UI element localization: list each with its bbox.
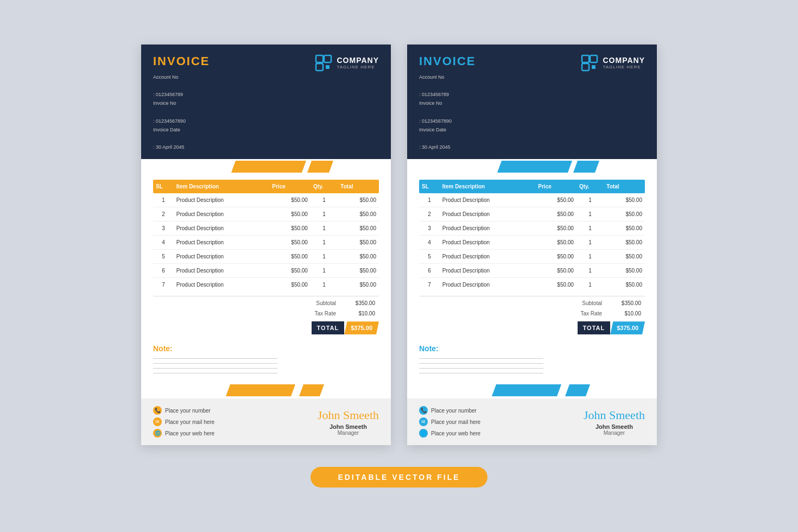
row-qty: 1: [577, 264, 604, 278]
svg-rect-5: [590, 55, 597, 62]
table-row: 1 Product Description $50.00 1 $50.00: [419, 193, 645, 207]
signature-title-orange: Manager: [318, 430, 379, 436]
svg-rect-0: [316, 55, 323, 62]
th-desc-blue: Item Description: [440, 180, 535, 193]
invoice-footer-blue: 📞 Place your number ✉ Place your mail he…: [407, 398, 657, 445]
phone-text-blue: Place your number: [431, 408, 477, 414]
th-total: Total: [338, 180, 379, 193]
row-price: $50.00: [535, 264, 577, 278]
note-line-1: [153, 358, 277, 359]
th-total-blue: Total: [604, 180, 645, 193]
stripe-main-blue: [497, 161, 572, 173]
table-row: 6 Product Description $50.00 1 $50.00: [419, 264, 645, 278]
invoice-table-orange: SL Item Description Price Qty. Total 1 P…: [153, 180, 379, 292]
row-total: $50.00: [604, 236, 645, 250]
row-qty: 1: [577, 193, 604, 207]
contact-email-blue: ✉ Place your mail here: [419, 417, 480, 426]
note-section-orange: Note:: [141, 337, 391, 378]
web-icon: 🌐: [153, 429, 162, 438]
stripe-main-orange: [231, 161, 306, 173]
row-sl: 7: [153, 278, 174, 292]
note-label-orange: Note:: [153, 344, 379, 353]
totals-table-blue: Subtotal $350.00 Tax Rate $10.00: [419, 297, 645, 319]
company-tagline-blue: TAGLINE HERE: [603, 65, 645, 69]
divider-line: [153, 296, 379, 296]
contact-phone-blue: 📞 Place your number: [419, 406, 480, 415]
row-qty: 1: [577, 207, 604, 221]
totals-section-orange: Subtotal $350.00 Tax Rate $10.00: [141, 292, 391, 319]
invoice-header-orange: INVOICE Account No : 0123456789 Invoice …: [141, 45, 391, 160]
row-desc: Product Description: [174, 207, 269, 221]
note-line-3-blue: [419, 368, 543, 369]
row-total: $50.00: [338, 207, 379, 221]
row-price: $50.00: [269, 250, 311, 264]
note-lines-orange: [153, 358, 277, 373]
company-logo: COMPANY TAGLINE HERE: [315, 54, 379, 72]
row-price: $50.00: [535, 221, 577, 236]
total-value-final-orange: $375.00: [344, 321, 379, 334]
row-price: $50.00: [269, 236, 311, 250]
total-value-final-blue: $375.00: [610, 321, 645, 334]
subtotal-row-blue: Subtotal $350.00: [420, 299, 644, 308]
note-line-2-blue: [419, 363, 543, 364]
tax-row-blue: Tax Rate $10.00: [420, 309, 644, 318]
th-qty-blue: Qty.: [577, 180, 604, 193]
invoice-orange: INVOICE Account No : 0123456789 Invoice …: [141, 45, 391, 446]
row-desc: Product Description: [440, 250, 535, 264]
company-text: COMPANY TAGLINE HERE: [337, 56, 379, 69]
invoice-header-blue: INVOICE Account No : 0123456789 Invoice …: [407, 45, 657, 160]
row-sl: 6: [419, 264, 440, 278]
stripe-small-blue: [573, 161, 599, 173]
footer-signature-blue: John Smeeth John Smeeth Manager: [584, 408, 645, 436]
row-total: $50.00: [604, 221, 645, 236]
account-row: Account No : 0123456789: [153, 73, 210, 99]
row-desc: Product Description: [440, 278, 535, 292]
row-sl: 1: [153, 193, 174, 207]
table-row: 6 Product Description $50.00 1 $50.00: [153, 264, 379, 278]
row-qty: 1: [577, 221, 604, 236]
table-body-orange: 1 Product Description $50.00 1 $50.00 2 …: [153, 193, 379, 292]
table-row: 7 Product Description $50.00 1 $50.00: [153, 278, 379, 292]
row-desc: Product Description: [174, 250, 269, 264]
row-desc: Product Description: [174, 278, 269, 292]
subtotal-value-blue: $350.00: [606, 299, 644, 308]
row-total: $50.00: [338, 278, 379, 292]
note-line-2: [153, 363, 277, 364]
row-sl: 3: [419, 221, 440, 236]
row-sl: 4: [153, 236, 174, 250]
signature-name-orange: John Smeeth: [318, 423, 379, 430]
invoice-footer-orange: 📞 Place your number ✉ Place your mail he…: [141, 398, 391, 445]
invoice-title: INVOICE: [153, 54, 210, 68]
email-icon: ✉: [153, 417, 162, 426]
web-text: Place your web here: [165, 430, 214, 436]
note-line-4-blue: [419, 373, 543, 373]
tax-label-blue: Tax Rate: [554, 309, 605, 318]
row-sl: 4: [419, 236, 440, 250]
row-total: $50.00: [338, 193, 379, 207]
row-price: $50.00: [535, 250, 577, 264]
company-name: COMPANY: [337, 56, 379, 65]
invoice-meta: Account No : 0123456789 Invoice No : 012…: [153, 73, 210, 152]
totals-section-blue: Subtotal $350.00 Tax Rate $10.00: [407, 292, 657, 319]
th-desc: Item Description: [174, 180, 269, 193]
row-sl: 2: [153, 207, 174, 221]
note-label-blue: Note:: [419, 344, 645, 353]
contact-email: ✉ Place your mail here: [153, 417, 214, 426]
accent-stripe-top-orange: [141, 159, 391, 174]
tax-value-blue: $10.00: [606, 309, 644, 318]
signature-title-blue: Manager: [584, 430, 645, 436]
totals-table-orange: Subtotal $350.00 Tax Rate $10.00: [153, 297, 379, 319]
table-row: 1 Product Description $50.00 1 $50.00: [153, 193, 379, 207]
th-price: Price: [269, 180, 311, 193]
email-text: Place your mail here: [165, 419, 214, 425]
svg-rect-1: [324, 55, 331, 62]
header-left-blue: INVOICE Account No : 0123456789 Invoice …: [419, 54, 476, 152]
row-price: $50.00: [535, 278, 577, 292]
row-desc: Product Description: [440, 221, 535, 236]
total-label-final-blue: TOTAL: [578, 321, 611, 334]
row-desc: Product Description: [440, 236, 535, 250]
divider-line-blue: [419, 296, 645, 296]
table-row: 4 Product Description $50.00 1 $50.00: [153, 236, 379, 250]
signature-script-blue: John Smeeth: [584, 408, 645, 422]
row-qty: 1: [577, 250, 604, 264]
